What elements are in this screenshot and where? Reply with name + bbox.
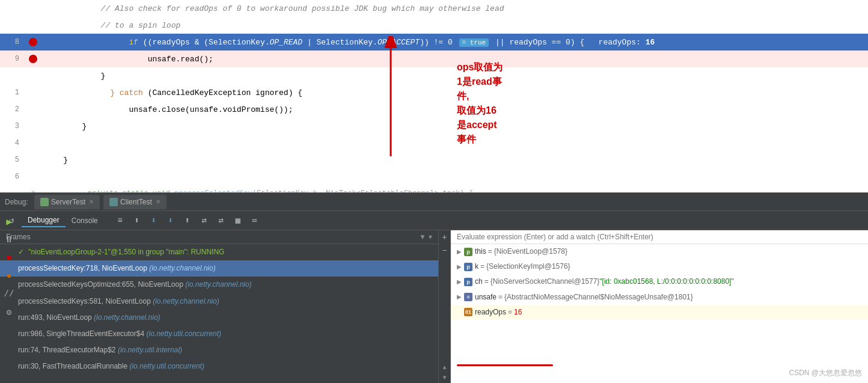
code-line: 5 } xyxy=(0,152,868,168)
var-badge-p2: p xyxy=(464,278,472,286)
tab-switcher: Debugger Console xyxy=(22,214,104,227)
var-badge-p: p xyxy=(464,263,472,271)
expand-icon[interactable]: ▶ xyxy=(457,277,462,287)
frame-item-selected[interactable]: processSelectedKey:718, NioEventLoop (io… xyxy=(0,260,438,277)
debug-label: Debug: xyxy=(5,198,28,206)
toolbar-btn-step-out[interactable]: ⬇ xyxy=(164,214,177,227)
filter-icon[interactable]: ▼ xyxy=(419,233,426,241)
toolbar-btn-grid[interactable]: ▦ xyxy=(231,214,245,227)
code-line: 4 xyxy=(0,135,868,152)
frames-header: Frames ▼ ▾ xyxy=(0,230,438,244)
code-line: 2 unsafe.close(unsafe.voidPromise()); xyxy=(0,101,868,118)
toolbar-btn-list[interactable]: ≔ xyxy=(248,214,261,227)
client-tab-icon xyxy=(109,198,118,206)
var-badge-this: p xyxy=(464,248,472,256)
variables-panel: ▶ p this = {NioEventLoop@1578} ▶ p k = {… xyxy=(451,230,868,383)
add-watch-icon[interactable]: + xyxy=(442,233,447,242)
server-tab-icon xyxy=(40,198,49,206)
var-item-readyops: ▶ 01 readyOps = 16 xyxy=(451,305,868,320)
camera-button[interactable]: ● xyxy=(2,269,16,283)
frame-item[interactable]: processSelectedKeys:581, NioEventLoop (i… xyxy=(0,293,438,310)
remove-watch-icon[interactable]: − xyxy=(442,246,447,256)
scroll-up-icon[interactable]: ▲ xyxy=(442,364,446,371)
var-list: ▶ p this = {NioEventLoop@1578} ▶ p k = {… xyxy=(451,244,868,383)
var-badge-01: 01 xyxy=(464,308,472,316)
frame-item[interactable]: run:74, ThreadExecutorMap$2 (io.netty.ut… xyxy=(0,342,438,358)
evaluate-expression-input[interactable] xyxy=(451,230,868,244)
toolbar-btn-eval2[interactable]: ⇄ xyxy=(215,214,228,227)
debug-tab-server[interactable]: ServerTest ✕ xyxy=(34,195,100,209)
code-line-process: @ private static void processSelectedKey… xyxy=(0,185,868,192)
tab-debugger[interactable]: Debugger xyxy=(22,214,66,227)
client-tab-label: ClientTest xyxy=(120,198,152,206)
frames-menu-icon[interactable]: ▾ xyxy=(429,233,432,241)
frame-item[interactable]: run:30, FastThreadLocalRunnable (io.nett… xyxy=(0,358,438,375)
toolbar-btn-step-over[interactable]: ⬆ xyxy=(130,214,144,227)
var-item-unsafe: ▶ ≡ unsafe = {AbstractNioMessageChannel$… xyxy=(451,290,868,305)
frame-item-thread[interactable]: ✓ "nioEventLoopGroup-2-1"@1,550 in group… xyxy=(0,244,438,260)
var-item-k: ▶ p k = {SelectionKeyImpl@1576} xyxy=(451,259,868,274)
debug-toolbar: ↺ Debugger Console ≡ ⬆ ⬇ ⬇ ⬆ ⇄ ⇄ ▦ ≔ xyxy=(0,211,868,230)
toolbar-btn-step-into[interactable]: ⬇ xyxy=(147,214,160,227)
server-tab-label: ServerTest xyxy=(51,198,85,206)
running-check-icon: ✓ xyxy=(18,248,24,256)
debug-main: Frames ▼ ▾ ✓ "nioEventLoopGroup-2-1"@1,5… xyxy=(0,230,868,383)
frames-list: ✓ "nioEventLoopGroup-2-1"@1,550 in group… xyxy=(0,244,438,383)
toolbar-btn-run-to[interactable]: ⬆ xyxy=(181,214,194,227)
mute-button[interactable]: // xyxy=(2,287,16,301)
code-editor: // Also check for readOps of 0 to workar… xyxy=(0,0,868,192)
frame-item[interactable]: run:493, NioEventLoop (io.netty.channel.… xyxy=(0,310,438,326)
resume-button[interactable]: ▶ xyxy=(2,215,16,228)
scroll-down-icon[interactable]: ▼ xyxy=(442,375,446,381)
settings-button[interactable]: ⚙ xyxy=(2,305,16,319)
stop-button[interactable]: ■ xyxy=(2,251,16,265)
pause-button[interactable]: ⏸ xyxy=(2,233,16,247)
frame-label: processSelectedKey:718, NioEventLoop (io… xyxy=(18,264,216,272)
var-badge-p3: ≡ xyxy=(464,293,472,301)
sidebar-icons: ▶ ⏸ ■ ● // ⚙ xyxy=(0,210,18,319)
breakpoint-indicator xyxy=(29,55,37,63)
expand-icon[interactable]: ▶ xyxy=(457,292,462,302)
server-tab-close[interactable]: ✕ xyxy=(89,198,94,205)
frame-item[interactable]: processSelectedKeysOptimized:655, NioEve… xyxy=(0,277,438,293)
breakpoint-indicator xyxy=(29,38,37,46)
readyops-underline xyxy=(457,364,553,366)
var-item-ch: ▶ p ch = {NioServerSocketChannel@1577} "… xyxy=(451,274,868,289)
watermark: CSDN @大悠忽爱忽悠 xyxy=(789,368,862,378)
code-line-9: 9 unsafe.read(); xyxy=(0,51,868,67)
toolbar-btn-eval[interactable]: ⇄ xyxy=(198,214,211,227)
debug-tab-client[interactable]: ClientTest ✕ xyxy=(103,195,167,209)
expand-icon[interactable]: ▶ xyxy=(457,262,462,272)
debug-panel: Debug: ServerTest ✕ ClientTest ✕ ↺ Debug… xyxy=(0,192,868,383)
code-line: // Also check for readOps of 0 to workar… xyxy=(0,0,868,17)
toolbar-btn-menu[interactable]: ≡ xyxy=(114,214,127,227)
expand-icon[interactable]: ▶ xyxy=(457,247,462,257)
var-item-this: ▶ p this = {NioEventLoop@1578} xyxy=(451,244,868,259)
tab-console[interactable]: Console xyxy=(66,215,104,227)
debug-tabs-bar: Debug: ServerTest ✕ ClientTest ✕ xyxy=(0,193,868,211)
frame-item[interactable]: run:986, SingleThreadEventExecutor$4 (io… xyxy=(0,326,438,342)
client-tab-close[interactable]: ✕ xyxy=(156,198,160,205)
frames-panel: Frames ▼ ▾ ✓ "nioEventLoopGroup-2-1"@1,5… xyxy=(0,230,439,383)
frame-thread-label: "nioEventLoopGroup-2-1"@1,550 in group "… xyxy=(28,248,224,256)
